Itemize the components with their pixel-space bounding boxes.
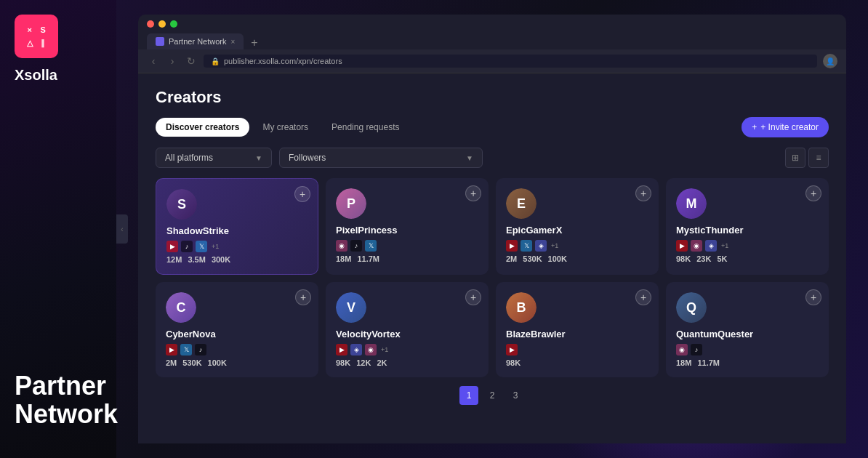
add-creator-mysticthunder[interactable]: + (805, 185, 821, 201)
platform-filter-label: All platforms (165, 153, 213, 163)
social-icons-blazebrawler: ▶ (506, 344, 648, 355)
logo-sym-s: S (39, 25, 49, 34)
dot-minimize[interactable] (158, 20, 166, 28)
creator-card-mysticthunder[interactable]: +MMysticThunder▶◉◈+198K23K5K (666, 178, 829, 275)
add-creator-pixelprincess[interactable]: + (465, 185, 481, 201)
stat-2-velocityvortex: 2K (377, 358, 387, 367)
stats-row-shadowstrike: 12M3.5M300K (166, 255, 308, 264)
creator-name-quantumquester: QuantumQuester (676, 329, 819, 340)
stats-row-pixelprincess: 18M11.7M (336, 254, 478, 263)
ig-icon-pixelprincess: ◉ (336, 240, 347, 252)
tab-pending[interactable]: Pending requests (321, 118, 409, 137)
stat-2-epicgamerx: 100K (548, 254, 567, 263)
add-creator-epicgamerx[interactable]: + (635, 185, 651, 201)
extra-platforms-epicgamerx: +1 (551, 242, 558, 249)
social-icons-cybernova: ▶𝕏♪ (166, 344, 308, 355)
creator-card-velocityvortex[interactable]: +VVelocityVortex▶◈◉+198K12K2K (326, 282, 489, 377)
add-creator-shadowstrike[interactable]: + (294, 186, 310, 202)
creator-card-shadowstrike[interactable]: +SShadowStrike▶♪𝕏+112M3.5M300K (156, 178, 318, 275)
browser-profile[interactable]: 👤 (823, 54, 837, 68)
platform-filter[interactable]: All platforms ▼ (156, 148, 272, 168)
tab-discover[interactable]: Discover creators (156, 118, 249, 137)
stat-0-mysticthunder: 98K (676, 254, 691, 263)
creator-name-blazebrawler: BlazeBrawler (506, 329, 648, 340)
stats-row-velocityvortex: 98K12K2K (336, 358, 478, 367)
pagination: 123 (156, 386, 829, 405)
refresh-button[interactable]: ↻ (185, 55, 198, 67)
tw-icon-pixelprincess: 𝕏 (365, 240, 377, 252)
browser-dots (147, 20, 837, 28)
stat-0-pixelprincess: 18M (336, 254, 351, 263)
dot-maximize[interactable] (170, 20, 177, 28)
creator-card-quantumquester[interactable]: +QQuantumQuester◉♪18M11.7M (666, 282, 829, 377)
logo-box: × S △ ∥ (15, 15, 58, 58)
add-creator-velocityvortex[interactable]: + (465, 289, 481, 305)
stat-0-blazebrawler: 98K (506, 358, 521, 367)
page-title: Creators (156, 88, 829, 107)
creator-name-mysticthunder: MysticThunder (676, 225, 819, 236)
creator-card-blazebrawler[interactable]: +BBlazeBrawler▶98K (496, 282, 659, 377)
address-bar[interactable]: 🔒 publisher.xsolla.com/xpn/creators (204, 55, 817, 68)
tab-favicon (156, 37, 164, 46)
social-icons-mysticthunder: ▶◉◈+1 (676, 240, 819, 252)
add-creator-cybernova[interactable]: + (295, 289, 311, 305)
tab-nav: Discover creators My creators Pending re… (156, 117, 829, 137)
page-1[interactable]: 1 (459, 386, 478, 405)
yt-icon-mysticthunder: ▶ (676, 240, 688, 252)
tt-icon-quantumquester: ♪ (691, 344, 702, 355)
stats-row-blazebrawler: 98K (506, 358, 648, 367)
tab-close-icon[interactable]: × (230, 38, 235, 46)
url-text: publisher.xsolla.com/xpn/creators (224, 57, 342, 65)
dot-close[interactable] (147, 20, 154, 28)
creator-avatar-pixelprincess: P (336, 188, 366, 219)
tt-icon-shadowstrike: ♪ (181, 241, 193, 252)
invite-creator-button[interactable]: + + Invite creator (742, 117, 829, 137)
ig-icon-quantumquester: ◉ (676, 344, 688, 355)
creator-name-cybernova: CyberNova (166, 329, 308, 340)
new-tab-button[interactable]: + (245, 36, 263, 49)
creator-card-cybernova[interactable]: +CCyberNova▶𝕏♪2M530K100K (156, 282, 318, 377)
scroll-handle[interactable]: ‹ (116, 214, 128, 244)
invite-plus-icon: + (752, 122, 757, 132)
creator-card-epicgamerx[interactable]: +EEpicGamerX▶𝕏◈+12M530K100K (496, 178, 659, 275)
yt-icon-epicgamerx: ▶ (506, 240, 518, 252)
creator-card-pixelprincess[interactable]: +PPixelPrincess◉♪𝕏18M11.7M (326, 178, 489, 275)
filters-row: All platforms ▼ Followers ▼ ⊞ ≡ (156, 148, 829, 168)
add-creator-quantumquester[interactable]: + (805, 289, 821, 305)
creator-avatar-epicgamerx: E (506, 188, 537, 219)
forward-button[interactable]: › (166, 55, 179, 67)
stat-2-mysticthunder: 5K (717, 254, 727, 263)
logo-sym-tri: △ (25, 38, 35, 48)
page-3[interactable]: 3 (506, 386, 525, 405)
followers-filter[interactable]: Followers ▼ (279, 148, 483, 168)
creator-avatar-blazebrawler: B (506, 292, 537, 323)
extra-platforms-mysticthunder: +1 (721, 242, 728, 249)
stat-1-velocityvortex: 12K (356, 358, 371, 367)
logo-sym-x: × (25, 25, 35, 34)
browser-tab-active[interactable]: Partner Network × (147, 33, 244, 49)
address-bar-row: ‹ › ↻ 🔒 publisher.xsolla.com/xpn/creator… (138, 49, 846, 73)
tab-my-creators[interactable]: My creators (252, 118, 318, 137)
dc-icon-epicgamerx: ◈ (535, 240, 547, 252)
back-button[interactable]: ‹ (147, 55, 160, 67)
grid-view-button[interactable]: ⊞ (785, 148, 805, 168)
social-icons-quantumquester: ◉♪ (676, 344, 819, 355)
yt-icon-velocityvortex: ▶ (336, 344, 347, 355)
dc-icon-velocityvortex: ◈ (350, 344, 362, 355)
social-icons-shadowstrike: ▶♪𝕏+1 (166, 241, 308, 252)
platform-chevron-icon: ▼ (255, 154, 262, 162)
stat-1-epicgamerx: 530K (523, 254, 542, 263)
stat-1-pixelprincess: 11.7M (357, 254, 379, 263)
stats-row-cybernova: 2M530K100K (166, 358, 308, 367)
add-creator-blazebrawler[interactable]: + (635, 289, 651, 305)
browser-area: ‹ Partner Network × + ‹ › ↻ 🔒 publisher.… (116, 0, 868, 458)
dc-icon-mysticthunder: ◈ (705, 240, 717, 252)
stat-0-epicgamerx: 2M (506, 254, 517, 263)
extra-platforms-shadowstrike: +1 (212, 243, 219, 250)
tw-icon-cybernova: 𝕏 (180, 344, 192, 355)
page-2[interactable]: 2 (483, 386, 502, 405)
ig-icon-mysticthunder: ◉ (691, 240, 702, 252)
list-view-button[interactable]: ≡ (808, 148, 829, 168)
stat-2-cybernova: 100K (208, 358, 227, 367)
hero-line1: Partner Network (15, 371, 118, 429)
